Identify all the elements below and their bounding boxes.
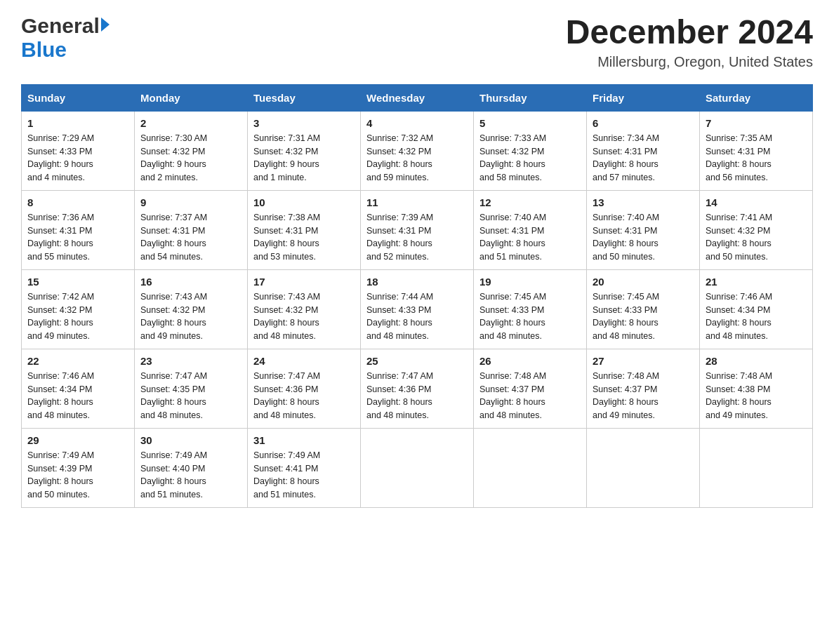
day-info: Sunrise: 7:40 AMSunset: 4:31 PMDaylight:… [479,211,581,264]
day-header-tuesday: Tuesday [248,84,361,111]
day-info: Sunrise: 7:35 AMSunset: 4:31 PMDaylight:… [706,132,807,185]
calendar-table: SundayMondayTuesdayWednesdayThursdayFrid… [21,84,813,508]
calendar-cell: 18 Sunrise: 7:44 AMSunset: 4:33 PMDaylig… [361,269,474,349]
calendar-cell: 26 Sunrise: 7:48 AMSunset: 4:37 PMDaylig… [474,349,587,428]
calendar-cell: 22 Sunrise: 7:46 AMSunset: 4:34 PMDaylig… [22,349,135,428]
calendar-cell: 11 Sunrise: 7:39 AMSunset: 4:31 PMDaylig… [361,190,474,269]
calendar-cell [700,428,813,507]
day-number: 17 [253,276,355,288]
day-number: 15 [27,276,128,288]
day-info: Sunrise: 7:38 AMSunset: 4:31 PMDaylight:… [253,211,355,264]
day-header-wednesday: Wednesday [361,84,474,111]
calendar-cell: 30 Sunrise: 7:49 AMSunset: 4:40 PMDaylig… [135,428,248,507]
day-number: 11 [366,196,468,208]
calendar-cell: 14 Sunrise: 7:41 AMSunset: 4:32 PMDaylig… [700,190,813,269]
day-number: 7 [706,117,807,129]
logo-general: General [21,14,100,38]
day-number: 22 [27,355,128,367]
day-info: Sunrise: 7:44 AMSunset: 4:33 PMDaylight:… [366,290,468,343]
day-info: Sunrise: 7:29 AMSunset: 4:33 PMDaylight:… [27,132,128,185]
day-header-sunday: Sunday [22,84,135,111]
day-info: Sunrise: 7:46 AMSunset: 4:34 PMDaylight:… [27,370,128,422]
day-header-monday: Monday [135,84,248,111]
calendar-cell [474,428,587,507]
calendar-cell: 28 Sunrise: 7:48 AMSunset: 4:38 PMDaylig… [700,349,813,428]
day-info: Sunrise: 7:45 AMSunset: 4:33 PMDaylight:… [593,290,694,343]
calendar-cell: 1 Sunrise: 7:29 AMSunset: 4:33 PMDayligh… [22,111,135,190]
week-row-1: 1 Sunrise: 7:29 AMSunset: 4:33 PMDayligh… [22,111,813,190]
day-info: Sunrise: 7:43 AMSunset: 4:32 PMDaylight:… [253,290,355,343]
day-number: 31 [253,434,355,446]
day-number: 5 [479,117,581,129]
day-header-saturday: Saturday [700,84,813,111]
day-number: 26 [479,355,581,367]
day-number: 20 [593,276,694,288]
month-title: December 2024 [566,14,813,51]
calendar-cell: 20 Sunrise: 7:45 AMSunset: 4:33 PMDaylig… [587,269,700,349]
calendar-cell: 27 Sunrise: 7:48 AMSunset: 4:37 PMDaylig… [587,349,700,428]
day-info: Sunrise: 7:33 AMSunset: 4:32 PMDaylight:… [479,132,581,185]
day-info: Sunrise: 7:48 AMSunset: 4:38 PMDaylight:… [706,370,807,422]
day-info: Sunrise: 7:48 AMSunset: 4:37 PMDaylight:… [593,370,694,422]
logo: General Blue [21,14,110,62]
calendar-cell: 15 Sunrise: 7:42 AMSunset: 4:32 PMDaylig… [22,269,135,349]
calendar-cell [587,428,700,507]
week-row-3: 15 Sunrise: 7:42 AMSunset: 4:32 PMDaylig… [22,269,813,349]
day-number: 28 [706,355,807,367]
day-number: 9 [140,196,241,208]
day-number: 1 [27,117,128,129]
day-info: Sunrise: 7:40 AMSunset: 4:31 PMDaylight:… [593,211,694,264]
day-number: 24 [253,355,355,367]
logo-arrow-icon [101,18,110,32]
day-number: 12 [479,196,581,208]
calendar-cell: 7 Sunrise: 7:35 AMSunset: 4:31 PMDayligh… [700,111,813,190]
day-number: 30 [140,434,241,446]
day-info: Sunrise: 7:42 AMSunset: 4:32 PMDaylight:… [27,290,128,343]
calendar-cell [361,428,474,507]
calendar-cell: 25 Sunrise: 7:47 AMSunset: 4:36 PMDaylig… [361,349,474,428]
day-info: Sunrise: 7:41 AMSunset: 4:32 PMDaylight:… [706,211,807,264]
calendar-cell: 31 Sunrise: 7:49 AMSunset: 4:41 PMDaylig… [248,428,361,507]
calendar-cell: 17 Sunrise: 7:43 AMSunset: 4:32 PMDaylig… [248,269,361,349]
calendar-cell: 12 Sunrise: 7:40 AMSunset: 4:31 PMDaylig… [474,190,587,269]
day-info: Sunrise: 7:34 AMSunset: 4:31 PMDaylight:… [593,132,694,185]
day-number: 25 [366,355,468,367]
day-number: 23 [140,355,241,367]
week-row-2: 8 Sunrise: 7:36 AMSunset: 4:31 PMDayligh… [22,190,813,269]
day-number: 3 [253,117,355,129]
day-info: Sunrise: 7:49 AMSunset: 4:39 PMDaylight:… [27,449,128,502]
logo-blue: Blue [21,38,67,61]
calendar-cell: 6 Sunrise: 7:34 AMSunset: 4:31 PMDayligh… [587,111,700,190]
day-number: 21 [706,276,807,288]
day-info: Sunrise: 7:30 AMSunset: 4:32 PMDaylight:… [140,132,241,185]
calendar-cell: 21 Sunrise: 7:46 AMSunset: 4:34 PMDaylig… [700,269,813,349]
day-number: 4 [366,117,468,129]
day-info: Sunrise: 7:48 AMSunset: 4:37 PMDaylight:… [479,370,581,422]
calendar-cell: 13 Sunrise: 7:40 AMSunset: 4:31 PMDaylig… [587,190,700,269]
day-info: Sunrise: 7:49 AMSunset: 4:40 PMDaylight:… [140,449,241,502]
day-number: 14 [706,196,807,208]
day-info: Sunrise: 7:47 AMSunset: 4:35 PMDaylight:… [140,370,241,422]
calendar-cell: 24 Sunrise: 7:47 AMSunset: 4:36 PMDaylig… [248,349,361,428]
calendar-cell: 8 Sunrise: 7:36 AMSunset: 4:31 PMDayligh… [22,190,135,269]
day-number: 18 [366,276,468,288]
calendar-cell: 10 Sunrise: 7:38 AMSunset: 4:31 PMDaylig… [248,190,361,269]
day-info: Sunrise: 7:31 AMSunset: 4:32 PMDaylight:… [253,132,355,185]
day-info: Sunrise: 7:32 AMSunset: 4:32 PMDaylight:… [366,132,468,185]
day-info: Sunrise: 7:43 AMSunset: 4:32 PMDaylight:… [140,290,241,343]
day-number: 16 [140,276,241,288]
day-number: 10 [253,196,355,208]
day-info: Sunrise: 7:39 AMSunset: 4:31 PMDaylight:… [366,211,468,264]
calendar-cell: 16 Sunrise: 7:43 AMSunset: 4:32 PMDaylig… [135,269,248,349]
calendar-cell: 3 Sunrise: 7:31 AMSunset: 4:32 PMDayligh… [248,111,361,190]
day-number: 29 [27,434,128,446]
day-info: Sunrise: 7:49 AMSunset: 4:41 PMDaylight:… [253,449,355,502]
calendar-cell: 5 Sunrise: 7:33 AMSunset: 4:32 PMDayligh… [474,111,587,190]
calendar-cell: 19 Sunrise: 7:45 AMSunset: 4:33 PMDaylig… [474,269,587,349]
day-header-thursday: Thursday [474,84,587,111]
location: Millersburg, Oregon, United States [566,54,813,70]
day-info: Sunrise: 7:47 AMSunset: 4:36 PMDaylight:… [366,370,468,422]
day-number: 19 [479,276,581,288]
calendar-cell: 29 Sunrise: 7:49 AMSunset: 4:39 PMDaylig… [22,428,135,507]
day-number: 2 [140,117,241,129]
